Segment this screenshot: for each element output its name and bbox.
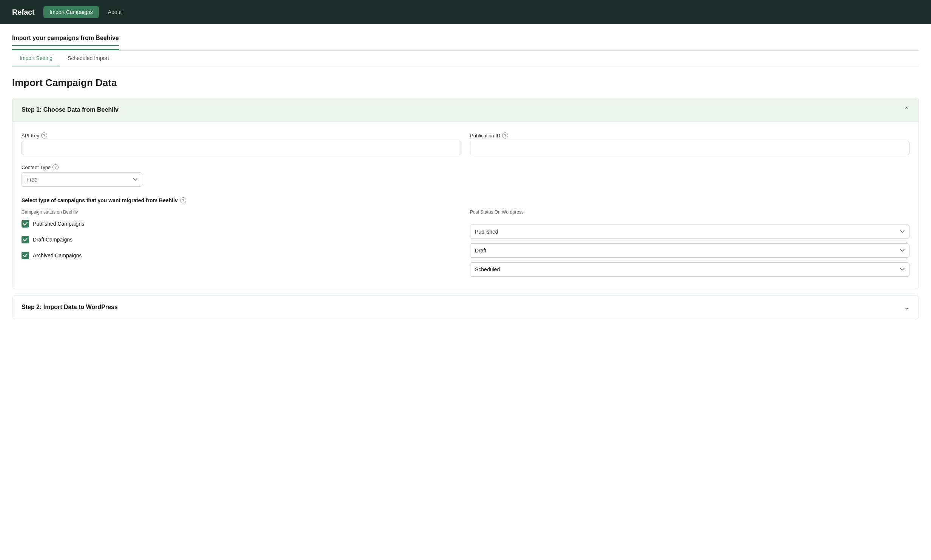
publication-id-help-icon[interactable]: ?	[502, 132, 508, 138]
step2-accordion: Step 2: Import Data to WordPress ⌄	[12, 295, 919, 319]
campaign-item-draft: Draft Campaigns	[22, 236, 461, 243]
main-heading: Import Campaign Data	[12, 77, 919, 89]
draft-post-status-select[interactable]: Published Draft Scheduled	[470, 243, 909, 258]
step1-chevron-icon: ⌃	[904, 106, 909, 114]
page-container: Import your campaigns from Beehive Impor…	[0, 24, 931, 560]
content-type-label: Content Type ?	[22, 164, 142, 170]
publication-id-label: Publication ID ?	[470, 132, 909, 138]
check-icon	[23, 222, 28, 226]
page-heading: Import your campaigns from Beehive	[12, 35, 119, 46]
publication-id-input[interactable]	[470, 141, 909, 155]
step2-title: Step 2: Import Data to WordPress	[22, 304, 118, 311]
brand-logo: Refact	[12, 8, 34, 17]
published-campaigns-label: Published Campaigns	[33, 221, 84, 227]
campaigns-section: Select type of campaigns that you want m…	[22, 197, 909, 277]
navbar: Refact Import Campaigns About	[0, 0, 931, 24]
step2-accordion-header[interactable]: Step 2: Import Data to WordPress ⌄	[12, 295, 919, 319]
step1-accordion: Step 1: Choose Data from Beehiiv ⌃ API K…	[12, 98, 919, 289]
about-nav-link[interactable]: About	[108, 9, 122, 15]
tabs-container: Import Setting Scheduled Import	[12, 51, 919, 66]
step1-accordion-body: API Key ? Publication ID ? Content Type	[12, 122, 919, 289]
campaign-item-archived: Archived Campaigns	[22, 252, 461, 259]
step1-accordion-header[interactable]: Step 1: Choose Data from Beehiiv ⌃	[12, 98, 919, 122]
api-key-help-icon[interactable]: ?	[41, 132, 47, 138]
campaigns-section-help-icon[interactable]: ?	[180, 197, 186, 203]
campaigns-section-title: Select type of campaigns that you want m…	[22, 197, 909, 203]
campaign-status-header: Campaign status on Beehiiv	[22, 209, 461, 215]
step2-chevron-icon: ⌄	[904, 303, 909, 311]
published-campaigns-checkbox[interactable]	[22, 220, 29, 228]
campaign-status-right: Post Status On Wordpress Published Draft…	[470, 209, 909, 277]
post-status-header: Post Status On Wordpress	[470, 209, 909, 215]
check-icon	[23, 253, 28, 258]
campaign-columns: Campaign status on Beehiiv Published Cam…	[22, 209, 909, 277]
check-icon	[23, 237, 28, 242]
tab-scheduled-import[interactable]: Scheduled Import	[60, 51, 117, 66]
archived-campaigns-label: Archived Campaigns	[33, 252, 82, 258]
content-type-group: Content Type ? Free Premium All	[22, 164, 142, 187]
step1-title: Step 1: Choose Data from Beehiiv	[22, 106, 119, 113]
api-key-input[interactable]	[22, 141, 461, 155]
api-key-pubid-row: API Key ? Publication ID ?	[22, 132, 909, 155]
campaign-item-published: Published Campaigns	[22, 220, 461, 228]
import-campaigns-button[interactable]: Import Campaigns	[43, 6, 99, 18]
content-type-help-icon[interactable]: ?	[52, 164, 59, 170]
campaign-status-left: Campaign status on Beehiiv Published Cam…	[22, 209, 461, 268]
api-key-group: API Key ?	[22, 132, 461, 155]
publication-id-group: Publication ID ?	[470, 132, 909, 155]
content-type-select[interactable]: Free Premium All	[22, 172, 142, 187]
draft-campaigns-label: Draft Campaigns	[33, 237, 72, 243]
archived-campaigns-checkbox[interactable]	[22, 252, 29, 259]
api-key-label: API Key ?	[22, 132, 461, 138]
page-heading-wrap: Import your campaigns from Beehive	[12, 35, 919, 51]
tab-import-setting[interactable]: Import Setting	[12, 51, 60, 66]
published-post-status-select[interactable]: Published Draft Scheduled	[470, 225, 909, 239]
draft-campaigns-checkbox[interactable]	[22, 236, 29, 243]
archived-post-status-select[interactable]: Published Draft Scheduled	[470, 262, 909, 277]
